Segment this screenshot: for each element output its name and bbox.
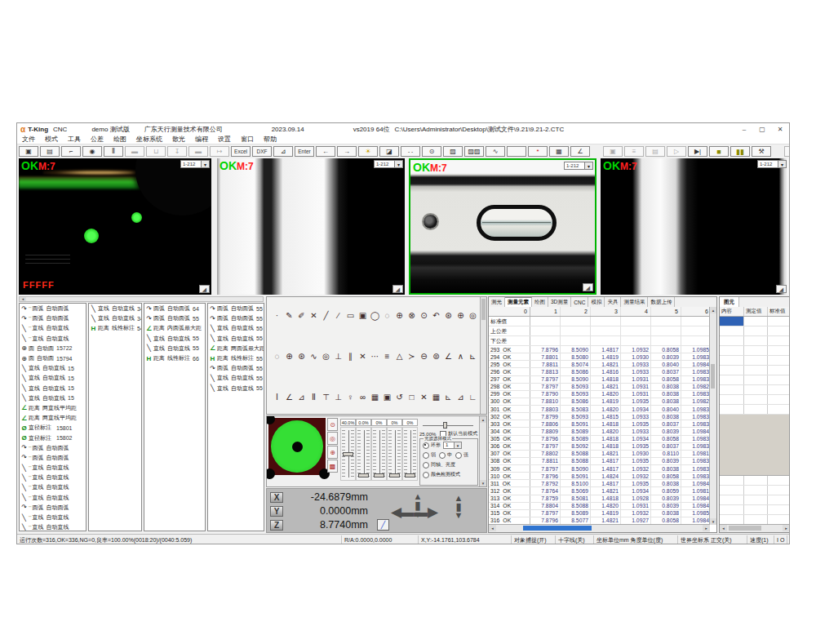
enter-button[interactable]: Enter [295, 146, 314, 157]
scroll-thumb[interactable] [711, 364, 715, 389]
table-row[interactable]: 295OK7.88118.50741.48211.09330.80401.098… [489, 361, 710, 368]
table-row[interactable]: 314OK7.88048.50881.48201.09310.80391.098… [489, 503, 710, 510]
measure-tool-button[interactable]: ⊛ [442, 309, 455, 322]
tab-模拟[interactable]: 模拟 [588, 297, 605, 307]
measure-tool-button[interactable]: ∿ [308, 349, 320, 362]
table-row[interactable]: 294OK7.88018.50801.48191.09300.80391.098… [489, 353, 710, 361]
list-item[interactable]: ↷'''圆弧自动圆弧 [20, 304, 86, 313]
scroll-down-icon[interactable]: ▾ [480, 480, 486, 486]
menu-公差[interactable]: 公差 [86, 135, 109, 144]
camera4-resize-grip[interactable]: ◢ [776, 285, 787, 293]
list-item[interactable]: ╲直线自动直线55 [208, 373, 264, 383]
measure-tool-button[interactable]: ∧ [455, 349, 467, 362]
measure-tool-button[interactable]: ◌ [381, 309, 393, 322]
z-jog-arrows[interactable]: ▲▮▼ [453, 494, 464, 519]
chevron-down-icon[interactable]: ▾ [778, 160, 787, 168]
open-button[interactable]: ▤ [40, 146, 60, 157]
tab-CNC[interactable]: CNC [571, 297, 588, 307]
list-item[interactable]: ╲直线自动直线55 [208, 323, 264, 333]
camera3-resize-grip[interactable]: ◢ [583, 283, 593, 291]
measure-tool-button[interactable]: ▭ [344, 309, 357, 322]
chart-button[interactable]: ∠ [570, 146, 590, 157]
table-row[interactable]: 306OK7.87978.50921.48181.09350.80371.098… [489, 443, 710, 451]
measure-tool-button[interactable]: Ⅱ [308, 390, 320, 403]
slider-thumb[interactable] [358, 473, 369, 477]
measure-tool-button[interactable]: ◎ [320, 349, 332, 362]
light-pad-button[interactable]: ▩ [327, 460, 338, 473]
element-row[interactable] [720, 346, 790, 356]
light-pad-button[interactable]: ◎ [327, 432, 338, 445]
measure-tool-button[interactable]: ∠ [442, 349, 455, 362]
coaxial-radio[interactable] [423, 462, 429, 469]
image-button[interactable]: ◪ [379, 146, 399, 157]
measure-tool-button[interactable]: ╱ [320, 309, 332, 322]
list-item[interactable]: ↷圆弧自动圆弧55 [144, 313, 205, 323]
menu-坐标系统[interactable]: 坐标系统 [131, 135, 167, 144]
list-item[interactable]: ╲直线自动直线15 [20, 384, 86, 393]
z-down-icon[interactable]: ▼ [453, 511, 464, 519]
camera3-range-dropdown[interactable]: 1-212▾ [564, 162, 593, 170]
save-button[interactable]: ▣ [19, 146, 38, 157]
measure-tool-button[interactable]: ⊗ [406, 309, 418, 322]
plot-button[interactable]: ⊿ [273, 146, 293, 157]
edge-tool-button[interactable]: ⌐ [61, 146, 81, 157]
excel-button[interactable]: Excel [231, 146, 251, 157]
slider-thumb[interactable] [405, 473, 415, 477]
camera2-range-dropdown[interactable]: 1-212▾ [374, 160, 403, 168]
measure-tool-button[interactable]: ∟ [467, 390, 479, 403]
slider-thumb[interactable] [443, 422, 447, 429]
scroll-left-icon[interactable]: ◂ [489, 525, 496, 531]
measure-tool-button[interactable]: △ [393, 349, 406, 362]
element-row[interactable] [720, 366, 790, 375]
list-item[interactable]: ↷圆弧自动圆弧55 [208, 313, 264, 323]
table-row[interactable]: 298OK7.87978.50931.48211.09310.80381.098… [489, 384, 710, 391]
chevron-down-icon[interactable]: ▾ [395, 160, 403, 168]
measure-tool-button[interactable]: ⊖ [418, 349, 430, 362]
folder2-button[interactable]: ▤ [645, 146, 665, 157]
table-row[interactable]: 300OK7.88108.50861.48191.09350.80381.098… [489, 398, 710, 406]
slider-track[interactable] [387, 427, 402, 481]
element-row[interactable] [720, 356, 790, 366]
measure-tool-button[interactable]: ∕ [332, 309, 344, 322]
measure-tool-button[interactable]: ⊛ [295, 349, 308, 362]
light-pad-button[interactable]: ⊕ [327, 446, 338, 459]
stop-button[interactable]: ■ [709, 146, 729, 157]
element-row[interactable] [720, 326, 790, 336]
menu-模式[interactable]: 模式 [40, 135, 63, 144]
color-detect-radio[interactable] [423, 472, 429, 478]
camera-view-2[interactable]: OKM:7 1-212▾ ◢ [217, 158, 405, 295]
menu-帮助[interactable]: 帮助 [259, 135, 282, 144]
hammer-button[interactable]: ⚒ [752, 146, 771, 157]
jog-arrows[interactable]: ◀▬▬▶ ▲▮▼ [391, 492, 445, 530]
list-item[interactable]: Ø直径标注15801 [20, 423, 86, 433]
list-item[interactable]: ╲'''直线自动直线 [20, 323, 86, 333]
measure-tool-button[interactable]: ⋯ [369, 349, 381, 362]
camera-view-1[interactable]: OKM:7 1-212▾ FFFFF ◢ [19, 158, 211, 295]
table-row[interactable]: 315OK7.87978.50891.48191.09320.80381.098… [489, 510, 710, 517]
menu-绘图[interactable]: 绘图 [109, 135, 131, 144]
save2-button[interactable]: ▣ [603, 146, 623, 157]
measure-tool-button[interactable]: □ [406, 390, 418, 403]
tab-绘图[interactable]: 绘图 [532, 297, 548, 307]
camera-view-3-selected[interactable]: OKM:7 1-212▾ ◢ [409, 158, 596, 295]
element-row[interactable] [720, 395, 790, 405]
scroll-thumb[interactable] [523, 526, 592, 531]
list-item[interactable]: H距离线性标注66 [144, 353, 205, 363]
measure-tool-button[interactable]: ▣ [357, 309, 369, 322]
camera-view-4[interactable]: OKM:7 1-212▾ ◢ [601, 158, 788, 295]
table-row[interactable]: 307OK7.88028.50881.48211.09300.81101.098… [489, 451, 710, 458]
slider-thumb[interactable] [389, 473, 400, 477]
tab-element[interactable]: 图元 [720, 297, 739, 307]
table-row[interactable]: 308OK7.88118.50881.48171.09350.80391.098… [489, 458, 710, 465]
list-item[interactable]: ╲直线自动直线55 [144, 344, 205, 353]
scroll-left-icon[interactable]: ◂ [720, 525, 727, 531]
level-mid-radio[interactable] [439, 452, 446, 459]
menu-散光[interactable]: 散光 [167, 135, 190, 144]
measure-tool-button[interactable]: ⊙ [418, 309, 430, 322]
measure-tool-button[interactable]: ⊕ [283, 349, 295, 362]
table-horizontal-scrollbar[interactable]: ◂ ▸ [489, 524, 710, 532]
menu-编程[interactable]: 编程 [190, 135, 213, 144]
star-button[interactable]: * [528, 146, 548, 157]
list-item[interactable]: H距离线性标注54 [89, 323, 141, 333]
list-item[interactable]: ╲直线自动直线15 [20, 373, 86, 383]
